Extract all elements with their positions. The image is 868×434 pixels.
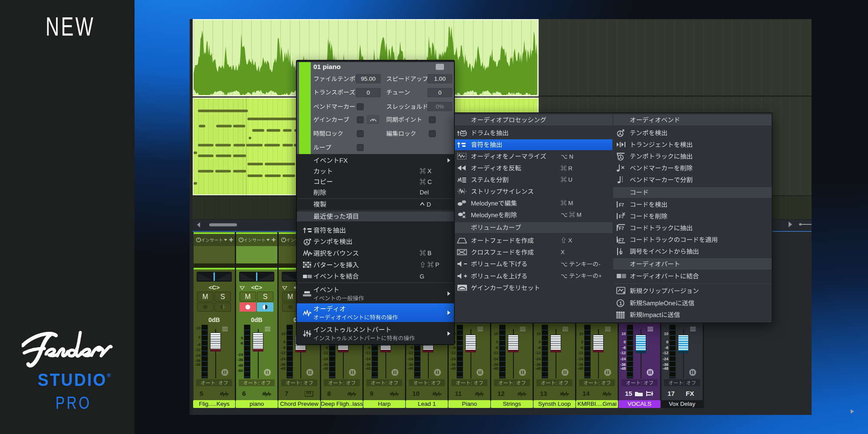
- svg-text:F7: F7: [619, 214, 624, 219]
- svg-text:F7: F7: [619, 226, 624, 231]
- svg-text:F7: F7: [619, 238, 624, 243]
- svg-text:F7: F7: [619, 203, 624, 207]
- svg-text:1: 1: [619, 301, 622, 306]
